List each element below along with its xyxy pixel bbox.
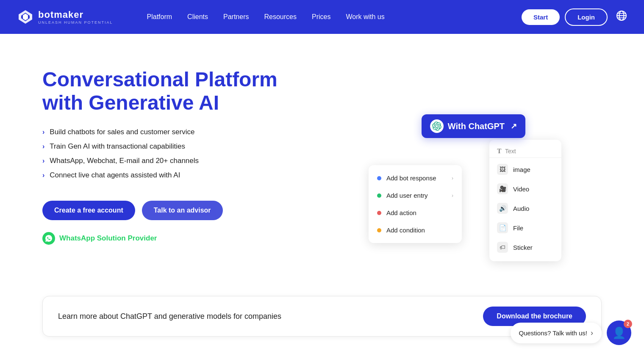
dot-red-icon — [377, 211, 381, 215]
nav-prices[interactable]: Prices — [312, 13, 330, 21]
feature-list: › Build chatbots for sales and customer … — [42, 128, 330, 185]
bot-menu-item-1[interactable]: Add bot response › — [369, 169, 462, 187]
response-menu: 𝐓 Text 🖼 image 🎥 Video 🔊 Audio 📄 File 🏷 — [489, 140, 561, 261]
chevron-icon-3: › — [42, 157, 44, 165]
nav-platform[interactable]: Platform — [147, 13, 172, 21]
chat-avatar[interactable]: 2 👤 — [607, 321, 631, 345]
cta-buttons: Create a free account Talk to an advisor — [42, 201, 330, 220]
bot-menu-item-4[interactable]: Add condition — [369, 221, 462, 239]
logo-name: botmaker — [38, 9, 113, 20]
globe-icon — [616, 10, 627, 21]
response-item-audio[interactable]: 🔊 Audio — [489, 199, 561, 218]
cursor-icon: ↗ — [511, 122, 517, 131]
hero-title: Conversational Platform with Generative … — [42, 68, 280, 114]
create-account-button[interactable]: Create a free account — [42, 201, 135, 220]
whatsapp-label: WhatsApp Solution Provider — [59, 234, 157, 243]
response-text-label: Text — [505, 148, 516, 155]
chat-widget: Questions? Talk with us! › 2 👤 — [511, 321, 631, 345]
feature-text-4: Connect live chat agents assisted with A… — [50, 171, 180, 180]
chat-bubble-text: Questions? Talk with us! — [519, 329, 587, 337]
whatsapp-badge: WhatsApp Solution Provider — [42, 232, 330, 245]
chatgpt-label: With ChatGPT — [448, 122, 505, 131]
feature-item-3: › WhatsApp, Webchat, E-mail and 20+ chan… — [42, 157, 330, 165]
banner-text: Learn more about ChatGPT and generative … — [58, 312, 281, 321]
nav-partners[interactable]: Partners — [223, 13, 249, 21]
video-icon: 🎥 — [497, 183, 508, 194]
nav-clients[interactable]: Clients — [187, 13, 208, 21]
logo[interactable]: botmaker UNLEASH HUMAN POTENTIAL — [17, 8, 113, 25]
chevron-icon-2: › — [42, 143, 44, 150]
file-icon: 📄 — [497, 222, 508, 233]
response-label-audio: Audio — [513, 205, 529, 212]
image-icon: 🖼 — [497, 164, 508, 175]
feature-item-2: › Train Gen AI with transactional capabi… — [42, 142, 330, 151]
dot-orange-icon — [377, 228, 381, 232]
feature-text-3: WhatsApp, Webchat, E-mail and 20+ channe… — [50, 157, 199, 165]
nav-actions: Start Login — [522, 8, 627, 26]
response-item-file[interactable]: 📄 File — [489, 218, 561, 238]
response-label-image: image — [513, 166, 530, 173]
feature-item-4: › Connect live chat agents assisted with… — [42, 171, 330, 180]
bot-menu-item-3[interactable]: Add action — [369, 204, 462, 221]
nav-links: Platform Clients Partners Resources Pric… — [147, 13, 522, 21]
feature-text-1: Build chatbots for sales and customer se… — [50, 128, 194, 136]
start-button[interactable]: Start — [522, 9, 560, 25]
bot-menu: Add bot response › Add user entry › Add … — [369, 165, 462, 243]
openai-icon — [432, 122, 441, 131]
response-item-sticker[interactable]: 🏷 Sticker — [489, 238, 561, 257]
menu-arrow-1: › — [452, 175, 453, 181]
main-content: Conversational Platform with Generative … — [0, 34, 644, 362]
chat-bubble: Questions? Talk with us! › — [511, 323, 602, 343]
feature-item-1: › Build chatbots for sales and customer … — [42, 128, 330, 136]
nav-work-with-us[interactable]: Work with us — [346, 13, 384, 21]
talk-advisor-button[interactable]: Talk to an advisor — [142, 201, 223, 220]
chevron-icon-4: › — [42, 171, 44, 179]
nav-resources[interactable]: Resources — [264, 13, 296, 21]
bot-menu-item-2[interactable]: Add user entry › — [369, 187, 462, 204]
bot-menu-label-1: Add bot response — [386, 174, 436, 182]
chatgpt-bubble: With ChatGPT ↗ — [422, 114, 525, 138]
bot-menu-label-3: Add action — [386, 209, 416, 216]
navbar: botmaker UNLEASH HUMAN POTENTIAL Platfor… — [0, 0, 644, 34]
logo-tagline: UNLEASH HUMAN POTENTIAL — [38, 20, 113, 25]
chat-badge: 2 — [624, 320, 632, 328]
dot-green-icon — [377, 193, 381, 198]
bot-menu-label-4: Add condition — [386, 227, 425, 234]
bot-menu-label-2: Add user entry — [386, 192, 428, 199]
language-button[interactable] — [616, 10, 627, 24]
whatsapp-check-icon — [45, 235, 53, 242]
sticker-icon: 🏷 — [497, 242, 508, 253]
response-label-sticker: Sticker — [513, 244, 533, 251]
menu-arrow-2: › — [452, 193, 453, 199]
chat-bubble-arrow-icon: › — [591, 329, 593, 337]
response-item-video[interactable]: 🎥 Video — [489, 179, 561, 199]
dot-blue-icon — [377, 176, 381, 180]
login-button[interactable]: Login — [565, 8, 608, 26]
response-item-image[interactable]: 🖼 image — [489, 160, 561, 179]
whatsapp-icon — [42, 232, 55, 245]
feature-text-2: Train Gen AI with transactional capabili… — [50, 142, 185, 151]
audio-icon: 🔊 — [497, 203, 508, 214]
chat-person-icon: 👤 — [612, 326, 626, 340]
logo-icon — [17, 8, 34, 25]
response-label-file: File — [513, 224, 523, 232]
chevron-icon-1: › — [42, 128, 44, 136]
response-label-video: Video — [513, 185, 529, 193]
chatgpt-logo — [430, 119, 444, 133]
response-menu-text-label: 𝐓 Text — [489, 144, 561, 158]
